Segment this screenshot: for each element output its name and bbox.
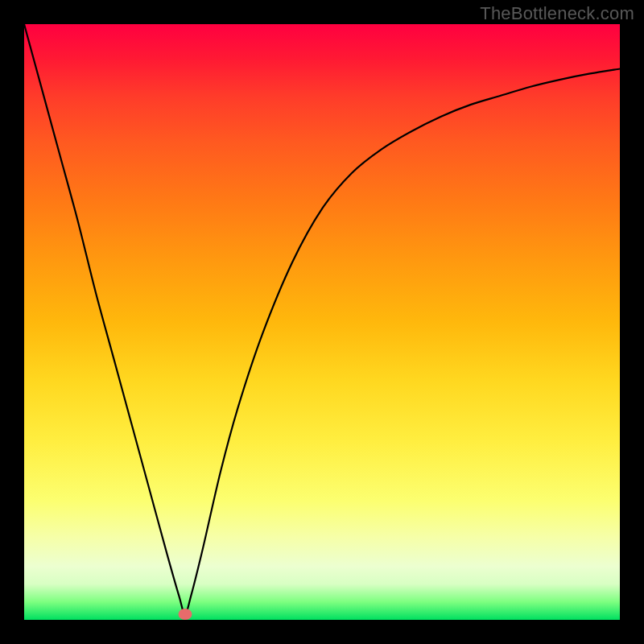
chart-frame: TheBottleneck.com	[0, 0, 644, 644]
curve-path	[24, 24, 620, 614]
bottleneck-curve	[24, 24, 620, 620]
plot-area	[24, 24, 620, 620]
optimum-marker	[178, 609, 192, 620]
attribution-label: TheBottleneck.com	[480, 3, 634, 24]
